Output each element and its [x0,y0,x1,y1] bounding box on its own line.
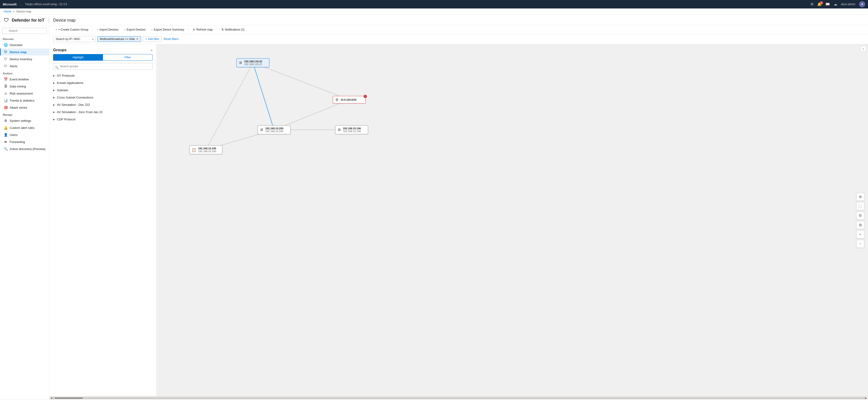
sidebar-item-label-device-map: Device map [10,50,27,54]
map-connections-svg [157,44,868,396]
notifications-icon[interactable]: 🔔 1 [817,2,822,6]
scrollbar-area: ◀ ▶ [49,396,868,400]
right-panel-collapse-button[interactable]: « [861,46,866,52]
node-ip: 192.168.119.22 [244,60,262,63]
map-node-192-168-119-22[interactable]: 🖥 192.168.119.22 192.168.119.22 [237,58,269,67]
group-item-subnets[interactable]: ▶ Subnets [49,87,156,94]
groups-collapse-button[interactable]: « [151,48,153,52]
device-inventory-icon: 🛡 [3,57,8,61]
map-node-192-168-10-100[interactable]: 📋 192.168.10.100 192.168.10.100 [189,145,222,154]
topbar-icons: ⚙ 🔔 1 📖 ☁ alice-admin A [810,1,865,7]
breadcrumb-home[interactable]: Home [4,10,11,13]
scroll-right-arrow[interactable]: ▶ [865,397,867,399]
sidebar-item-device-map[interactable]: 🛡 Device map [0,49,49,56]
book-icon[interactable]: 📖 [826,2,830,6]
select-area-button[interactable]: ⬚ [856,202,864,210]
sidebar-item-users[interactable]: 👤 Users [0,131,49,138]
groups-search-wrap: 🔍 [49,63,156,72]
group-label: Cross Subnet Connections [57,96,93,99]
search-input[interactable] [2,28,47,34]
refresh-map-button[interactable]: ↻ Refresh map [191,27,215,32]
forwarding-icon: ➡ [3,140,8,144]
computer-icon: 🖥 [260,128,264,132]
scrollbar-thumb[interactable] [55,397,83,399]
map-canvas[interactable]: 🖥 192.168.119.22 192.168.119.22 ! 🖥 10.0… [157,44,868,396]
group-item-av-dec[interactable]: ▶ AV Simulation - Dec 222 [49,101,156,109]
map-settings-button[interactable]: ⚙ [856,212,864,220]
app-header: 🛡 Defender for IoT | Device map [0,15,868,25]
zoom-in-button[interactable]: + [856,230,864,239]
sidebar-item-attack-vector[interactable]: 🎯 Attack vector [0,104,49,111]
sidebar-item-label-data-mining: Data mining [10,85,26,88]
server-icon: 🖥 [335,98,339,102]
sidebar-item-risk-assessment[interactable]: ⚠ Risk assessment [0,90,49,97]
sidebar-item-label-trends: Trends & statistics [10,99,35,102]
settings-icon[interactable]: ⚙ [810,2,813,6]
group-item-known-apps[interactable]: ▶ Known Applications [49,79,156,87]
map-groups-layout: Groups « Highlight Filter 🔍 ▶ OT Protoco… [49,44,868,396]
section-manage: Manage [0,111,49,117]
group-item-cross-subnet[interactable]: ▶ Cross Subnet Connections [49,94,156,101]
layout-button[interactable]: ⊞ [856,221,864,229]
toolbar-sep-3 [217,27,217,32]
scrollbar-track[interactable] [52,397,865,399]
topbar: Microsoft | Tianjin-offices-south-wing -… [0,0,868,8]
map-node-10-0-104[interactable]: ! 🖥 10.0.104.0/24 [333,96,366,103]
sidebar-item-forwarding[interactable]: ➡ Forwarding [0,138,49,145]
section-discover: Discover [0,35,49,41]
expand-arrow-icon: ▶ [53,89,55,91]
app-subtitle: Device map [53,18,75,23]
sidebar-item-device-inventory[interactable]: 🛡 Device inventory [0,56,49,63]
groups-search-input[interactable] [53,63,153,70]
refresh-label: Refresh map [196,28,213,31]
import-devices-button[interactable]: ↑ Import Devices [95,27,121,32]
export-summary-button[interactable]: ↓ Export Device Summary [149,27,186,32]
group-label: AV Simulation - Dec 222 [57,103,90,106]
breadcrumb-current: Device map [17,10,31,13]
groups-search-icon: 🔍 [55,66,59,69]
sidebar-item-custom-alert-rules[interactable]: 🔔 Custom alert rules [0,124,49,131]
sidebar-item-system-settings[interactable]: ⚙ System settings [0,117,49,124]
groups-title: Groups [53,48,66,52]
notifications-button[interactable]: ⇅ Notifications (2) [219,27,247,32]
node-text: 192.168.10.100 192.168.10.100 [198,147,216,153]
export-devices-button[interactable]: ↓ Export Devices [122,27,148,32]
filter-chip-close-icon[interactable]: ✕ [136,37,138,41]
search-wrap: 🔍 [2,28,47,34]
node-ip: 10.0.104.0/24 [341,98,356,101]
sidebar-item-label-device-inventory: Device inventory [10,57,32,61]
sidebar-item-label-attack-vector: Attack vector [10,106,27,109]
map-node-192-168-10-200[interactable]: 🖥 192.168.10.200 192.168.10.200 [257,125,290,134]
topbar-separator: | [21,3,21,6]
reset-filters-button[interactable]: Reset filters [163,37,178,41]
toolbar-sep-1 [93,27,93,32]
sidebar-item-active-discovery[interactable]: 🔍 Active discovery (Preview) [0,145,49,152]
search-ip-mac-select[interactable]: Search by IP / MAC [53,36,95,42]
custom-alert-rules-icon: 🔔 [3,126,8,130]
locate-button[interactable]: ⊕ [856,193,864,201]
sidebar-item-event-timeline[interactable]: 📅 Event timeline [0,76,49,83]
map-node-192-168-10-106[interactable]: 🖥 192.168.10.106 192.168.10.106 [335,125,368,134]
tab-highlight[interactable]: Highlight [53,54,103,60]
group-item-av-zero-trust[interactable]: ▶ AV Simulation - Zero Trust Jan 23 [49,109,156,116]
sidebar-item-trends[interactable]: 📊 Trends & statistics [0,97,49,104]
avatar[interactable]: A [859,1,865,7]
node-ip: 192.168.10.106 [343,127,361,130]
brand-label: Microsoft [3,3,17,6]
export-summary-label: Export Device Summary [154,28,184,31]
alerts-icon: 🛡 [3,64,8,68]
add-filter-button[interactable]: + Add filter [143,36,162,42]
sidebar-item-overview[interactable]: 🌐 Overview [0,41,49,49]
sidebar-item-alerts[interactable]: 🛡 Alerts [0,63,49,70]
svg-line-0 [253,63,274,130]
cloud-icon[interactable]: ☁ [834,2,837,6]
section-analyze: Analyze [0,70,49,76]
sidebar-item-label-custom-alert-rules: Custom alert rules [10,126,34,130]
group-item-cdp[interactable]: ▶ CDP Protocol [49,116,156,123]
group-item-ot-protocols[interactable]: ▶ OT Protocols [49,72,156,79]
scroll-left-arrow[interactable]: ◀ [50,397,52,399]
tab-filter[interactable]: Filter [103,54,153,60]
sidebar-item-data-mining[interactable]: 🗄 Data mining [0,83,49,90]
create-custom-group-button[interactable]: + + Create Custom Group [53,27,91,32]
zoom-out-button[interactable]: − [856,240,864,248]
